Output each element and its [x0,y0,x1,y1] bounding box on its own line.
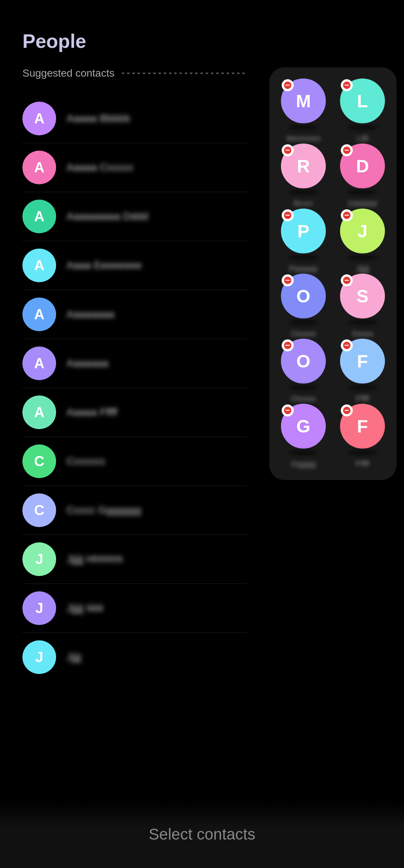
list-item[interactable]: A Aaaaa Bbbbb [22,94,247,143]
selected-contact-name: Ooooo [291,394,316,404]
contact-name: Aaaaa Bbbbb [67,113,247,124]
avatar: A [22,151,56,184]
contact-name: Jjjjjj Hhhhhh [67,553,247,565]
selected-avatar-wrap: F Fffff [340,339,385,404]
list-item[interactable]: J Jjjjjj Iiiiiii [22,584,247,633]
selected-avatar-wrap: L Lllll [340,79,385,144]
selected-row: P Pppppp J Jjjjjj [277,209,389,274]
contact-name: Aaaa Eeeeeeee [67,259,247,271]
bottom-bar: Select contacts [0,801,404,868]
remove-badge[interactable] [282,404,294,416]
remove-badge[interactable] [282,79,294,91]
selected-contact-name: Ggggg [291,459,316,469]
selected-row: M Mmmmm L Lllll [277,79,389,144]
selected-contact-name: Sssss [352,329,374,339]
selected-avatar[interactable]: F [340,404,385,449]
selected-contact-name: Ooooo [291,329,316,339]
list-item[interactable]: C Ccccc Ggggggg [22,486,247,535]
selected-avatar[interactable]: L [340,79,385,123]
selected-avatar-wrap: P Pppppp [281,209,326,274]
contact-name: Aaaaaaaaa Dddd [67,210,247,222]
contact-name: Aaaaa Fffff [67,406,247,418]
list-item[interactable]: A Aaaaa Fffff [22,388,247,437]
remove-badge[interactable] [282,209,294,221]
avatar-shadow [348,450,377,455]
avatar: A [22,395,56,429]
remove-badge[interactable] [341,404,353,416]
list-item[interactable]: A Aaaaa Cccccc [22,143,247,192]
selected-avatar[interactable]: D [340,144,385,188]
selected-row: O Ooooo S Sssss [277,274,389,339]
selected-row: O Ooooo F Fffff [277,339,389,404]
list-item[interactable]: A Aaaaaaaa [22,290,247,339]
contact-name: Jjjjjj Iiiiiii [67,602,247,614]
selected-avatar[interactable]: M [281,79,326,123]
selected-avatar[interactable]: R [281,144,326,188]
selected-contact-name: Jjjjjj [356,264,369,274]
avatar: J [22,591,56,625]
list-item[interactable]: A Aaaa Eeeeeeee [22,241,247,290]
avatar-shadow [288,450,318,455]
list-item[interactable]: A Aaaaaaa [22,339,247,388]
avatar: A [22,102,56,135]
selected-avatar-wrap: O Ooooo [281,339,326,404]
contact-name: Aaaaaaa [67,357,247,369]
selected-avatar[interactable]: O [281,274,326,318]
selected-avatar-wrap: G Ggggg [281,404,326,469]
selected-contact-name: Dddddd [348,199,377,209]
selected-avatar-wrap: J Jjjjjj [340,209,385,274]
avatar-shadow [348,125,377,130]
avatar: A [22,298,56,331]
page-title: People [0,0,404,67]
selected-panel: M Mmmmm L Lllll R Rrrrrr [269,67,397,480]
avatar: A [22,249,56,282]
selected-avatar[interactable]: G [281,404,326,449]
selected-avatar[interactable]: S [340,274,385,318]
avatar-shadow [348,320,377,325]
remove-badge[interactable] [282,339,294,351]
selected-row: R Rrrrrr D Dddddd [277,144,389,209]
selected-avatar-wrap: S Sssss [340,274,385,339]
avatar-shadow [288,255,318,260]
avatar-shadow [288,385,318,390]
select-contacts-button[interactable]: Select contacts [126,818,278,851]
contact-name: Aaaaaaaa [67,308,247,320]
selected-avatar-wrap: R Rrrrrr [281,144,326,209]
avatar: J [22,640,56,674]
dots-divider [122,73,247,74]
selected-avatar[interactable]: O [281,339,326,384]
remove-badge[interactable] [341,274,353,286]
selected-contact-name: Fffff [356,459,370,469]
remove-badge[interactable] [282,144,294,156]
selected-contact-name: Fffff [356,394,370,404]
selected-avatar-wrap: D Dddddd [340,144,385,209]
list-item[interactable]: J Jjjjj [22,633,247,681]
list-item[interactable]: A Aaaaaaaaa Dddd [22,192,247,241]
contact-name: Ccccccc [67,455,247,467]
selected-row: G Ggggg F Fffff [277,404,389,469]
avatar: C [22,493,56,527]
selected-avatar-wrap: O Ooooo [281,274,326,339]
avatar-shadow [348,190,377,195]
selected-avatar-wrap: F Fffff [340,404,385,469]
selected-contact-name: Rrrrrr [294,199,313,209]
avatar: J [22,542,56,576]
list-item[interactable]: C Ccccccc [22,437,247,486]
selected-avatar[interactable]: P [281,209,326,253]
remove-badge[interactable] [341,209,353,221]
avatar: A [22,200,56,233]
selected-avatar-wrap: M Mmmmm [281,79,326,144]
section-label: Suggested contacts [22,67,114,79]
list-item[interactable]: J Jjjjjj Hhhhhh [22,535,247,584]
selected-contact-name: Pppppp [289,264,318,274]
remove-badge[interactable] [341,79,353,91]
selected-contact-name: Lllll [356,134,368,144]
remove-badge[interactable] [341,144,353,156]
avatar-shadow [288,320,318,325]
remove-badge[interactable] [282,274,294,286]
selected-avatar[interactable]: J [340,209,385,253]
remove-badge[interactable] [341,339,353,351]
avatar-shadow [348,255,377,260]
avatar: A [22,347,56,380]
selected-avatar[interactable]: F [340,339,385,384]
